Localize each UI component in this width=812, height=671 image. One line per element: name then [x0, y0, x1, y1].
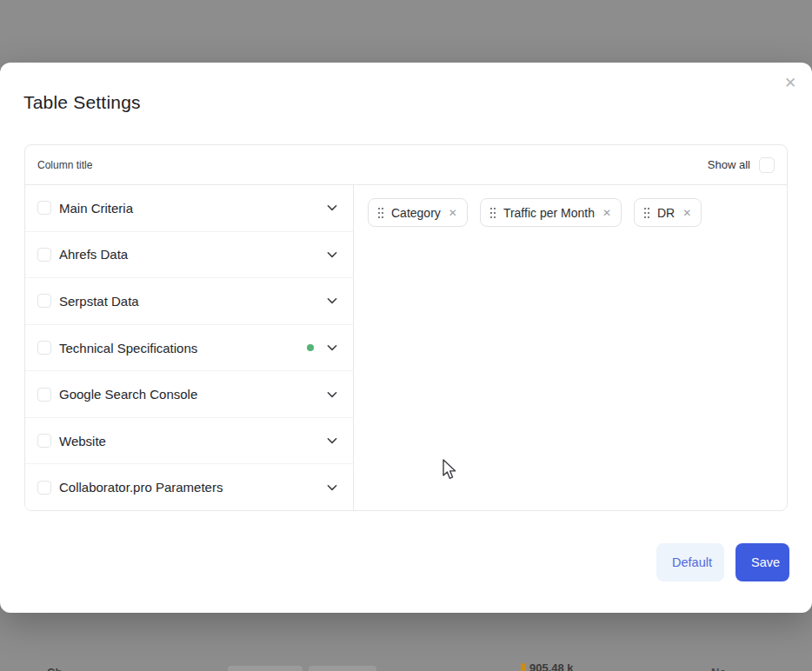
chevron-down-icon[interactable]	[325, 341, 339, 355]
category-checkbox[interactable]	[37, 388, 51, 402]
category-label: Technical Specifications	[59, 341, 307, 355]
background-partial-box	[309, 666, 376, 671]
category-row[interactable]: Google Search Console	[25, 371, 353, 418]
background-partial-text: No	[711, 666, 726, 671]
table-settings-modal: Table Settings ✕ Column title Show all M…	[0, 63, 812, 613]
column-title-label: Column title	[37, 159, 92, 171]
show-all-checkbox[interactable]	[759, 157, 775, 173]
category-label: Collaborator.pro Parameters	[59, 480, 325, 495]
save-button[interactable]: Save	[735, 543, 789, 581]
selected-columns-area: Category ✕ Traffic per Month ✕ DR ✕	[354, 185, 787, 510]
category-label: Serpstat Data	[59, 294, 325, 309]
category-row[interactable]: Collaborator.pro Parameters	[25, 464, 353, 510]
chip-label: Category	[391, 206, 441, 220]
background-partial-text: Ch	[47, 666, 62, 671]
default-button[interactable]: Default	[656, 543, 724, 581]
category-label: Website	[59, 434, 325, 448]
chevron-down-icon[interactable]	[325, 201, 339, 215]
category-row[interactable]: Technical Specifications	[25, 325, 353, 372]
background-partial-box	[228, 666, 303, 671]
category-checkbox[interactable]	[37, 201, 51, 215]
category-row[interactable]: Main Criteria	[25, 185, 353, 232]
modal-title: Table Settings	[23, 92, 141, 113]
chevron-down-icon[interactable]	[325, 388, 339, 402]
drag-handle-icon[interactable]	[378, 208, 383, 218]
chip-label: Traffic per Month	[503, 206, 595, 220]
selected-column-chip: Traffic per Month ✕	[480, 198, 622, 227]
category-label: Google Search Console	[59, 387, 325, 402]
category-checkbox[interactable]	[37, 294, 51, 308]
category-checkbox[interactable]	[37, 248, 51, 262]
category-list: Main Criteria Ahrefs Data Serpstat Data …	[25, 185, 354, 510]
chip-label: DR	[657, 206, 675, 220]
drag-handle-icon[interactable]	[490, 208, 496, 218]
flame-icon	[521, 663, 526, 671]
close-icon[interactable]: ✕	[779, 71, 802, 94]
category-row[interactable]: Ahrefs Data	[25, 232, 353, 279]
category-checkbox[interactable]	[37, 341, 51, 355]
remove-chip-icon[interactable]: ✕	[449, 208, 457, 218]
remove-chip-icon[interactable]: ✕	[602, 208, 611, 218]
category-label: Ahrefs Data	[59, 247, 325, 262]
show-all-label: Show all	[708, 158, 750, 171]
drag-handle-icon[interactable]	[644, 208, 649, 218]
modal-footer: Default Save	[656, 543, 789, 581]
chevron-down-icon[interactable]	[325, 481, 339, 495]
panel-body: Main Criteria Ahrefs Data Serpstat Data …	[25, 185, 787, 510]
category-row[interactable]: Serpstat Data	[25, 278, 353, 325]
chevron-down-icon[interactable]	[325, 434, 339, 448]
selected-column-chip: DR ✕	[634, 198, 702, 227]
category-checkbox[interactable]	[37, 434, 51, 448]
category-label: Main Criteria	[59, 201, 325, 216]
chevron-down-icon[interactable]	[325, 248, 339, 262]
category-row[interactable]: Website	[25, 418, 353, 465]
chevron-down-icon[interactable]	[325, 294, 339, 308]
status-dot-icon	[307, 344, 314, 351]
panel-header: Column title Show all	[25, 145, 787, 185]
show-all-control: Show all	[708, 157, 775, 173]
selected-column-chip: Category ✕	[368, 198, 468, 227]
remove-chip-icon[interactable]: ✕	[682, 208, 691, 218]
background-partial-metric: 905.48 k	[529, 661, 574, 671]
columns-panel: Column title Show all Main Criteria Ahre…	[24, 144, 788, 511]
category-checkbox[interactable]	[37, 481, 51, 495]
